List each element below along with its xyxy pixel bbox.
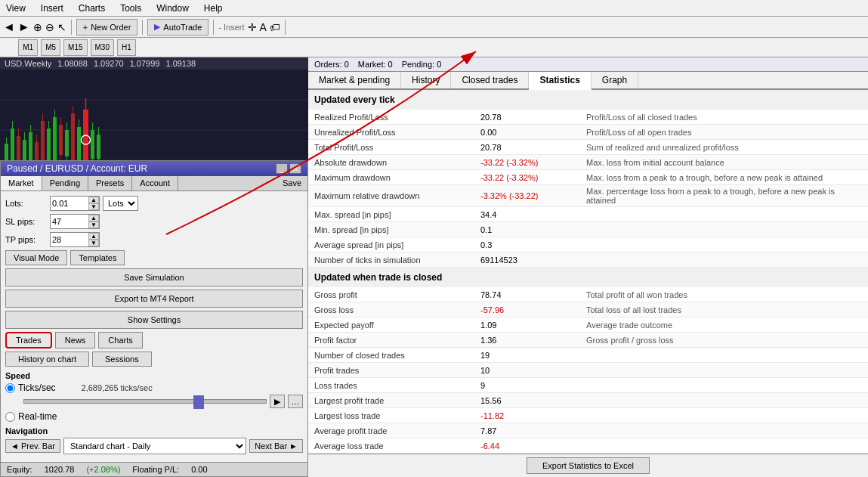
- toolbar-separator: [71, 20, 72, 35]
- lots-input[interactable]: ▲ ▼: [50, 196, 100, 211]
- tick-row: Number of ticks in simulation 69114523: [308, 252, 868, 268]
- tp-input[interactable]: ▲ ▼: [50, 232, 100, 247]
- closed-row: Profit trades 10: [308, 363, 868, 378]
- visual-mode-button[interactable]: Visual Mode: [5, 250, 67, 265]
- stat-label: Number of ticks in simulation: [314, 256, 480, 265]
- menu-window[interactable]: Window: [153, 2, 192, 14]
- save-tab[interactable]: Save: [276, 176, 307, 190]
- crosshair-icon[interactable]: ✛: [248, 21, 257, 33]
- lots-select[interactable]: Lots: [103, 196, 138, 211]
- speed-section: Speed Ticks/sec 2,689,265 ticks/sec ▶ …: [5, 371, 303, 422]
- tab-pending[interactable]: Pending: [42, 176, 88, 190]
- menu-help[interactable]: Help: [201, 2, 226, 14]
- dialog-panel: Paused / EURUSD / Account: EUR _ ✕ Marke…: [0, 160, 308, 477]
- export-mt4-button[interactable]: Export to MT4 Report: [5, 290, 303, 308]
- speed-more-button[interactable]: …: [288, 395, 303, 408]
- tab-history[interactable]: History: [401, 72, 451, 88]
- tab-graph[interactable]: Graph: [592, 72, 638, 88]
- closed-row: Profit factor 1.36 Gross profit / gross …: [308, 333, 868, 348]
- menu-insert[interactable]: Insert: [38, 2, 66, 14]
- speed-label: Speed: [5, 371, 303, 380]
- ticks-per-sec-row: Ticks/sec 2,689,265 ticks/sec: [5, 383, 303, 393]
- closed-row: Gross loss -57.96 Total loss of all lost…: [308, 302, 868, 317]
- stat-label: Average loss trade: [314, 441, 480, 451]
- equity-value: 1020.78: [45, 465, 75, 474]
- lots-down-btn[interactable]: ▼: [88, 203, 99, 210]
- tick-row: Realized Profit/Loss 20.78 Profit/Loss o…: [308, 110, 868, 125]
- stat-desc: Max. loss from a peak to a trough, befor…: [586, 173, 862, 182]
- stat-value: 69114523: [480, 256, 586, 265]
- stat-value: 10: [480, 366, 586, 375]
- templates-button[interactable]: Templates: [70, 250, 125, 265]
- charts-button[interactable]: Charts: [98, 332, 142, 348]
- sl-down-btn[interactable]: ▼: [88, 221, 99, 228]
- realtime-radio[interactable]: [5, 412, 15, 422]
- menu-charts[interactable]: Charts: [76, 2, 108, 14]
- arrow-left-icon[interactable]: ◄: [3, 20, 15, 34]
- speed-track[interactable]: [23, 399, 267, 404]
- ticks-value: 2,689,265 ticks/sec: [82, 383, 153, 392]
- m15-btn[interactable]: M15: [63, 39, 87, 56]
- m5-btn[interactable]: M5: [41, 39, 60, 56]
- tab-market-pending[interactable]: Market & pending: [308, 72, 401, 88]
- export-statistics-button[interactable]: Export Statistics to Excel: [527, 457, 650, 474]
- sl-input[interactable]: ▲ ▼: [50, 214, 100, 229]
- autotrade-button[interactable]: ▶ AutoTrade: [147, 19, 209, 36]
- tab-closed-trades[interactable]: Closed trades: [451, 72, 529, 88]
- speed-step-button[interactable]: ▶: [270, 395, 285, 408]
- next-bar-button[interactable]: Next Bar ►: [249, 439, 303, 453]
- tick-rows-container: Realized Profit/Loss 20.78 Profit/Loss o…: [308, 110, 868, 268]
- arrow-right-icon[interactable]: ►: [18, 20, 30, 34]
- text-icon[interactable]: A: [260, 21, 267, 33]
- stat-value: 1.36: [480, 336, 586, 345]
- menu-tools[interactable]: Tools: [117, 2, 144, 14]
- tab-market[interactable]: Market: [1, 176, 42, 190]
- tab-statistics[interactable]: Statistics: [529, 72, 591, 90]
- sl-value-input[interactable]: [51, 215, 88, 228]
- minimize-button[interactable]: _: [276, 163, 288, 174]
- h1-btn[interactable]: H1: [117, 39, 136, 56]
- show-settings-button[interactable]: Show Settings: [5, 311, 303, 329]
- closed-row: Gross profit 78.74 Total profit of all w…: [308, 287, 868, 302]
- stat-value: 15.56: [480, 396, 586, 405]
- new-order-button[interactable]: + New Order: [76, 19, 138, 36]
- label-icon[interactable]: 🏷: [270, 21, 280, 33]
- lots-value-input[interactable]: [51, 197, 88, 210]
- trades-news-charts-row: Trades News Charts: [5, 332, 303, 348]
- stat-value: 0.00: [480, 128, 586, 137]
- news-button[interactable]: News: [55, 332, 96, 348]
- cursor-icon[interactable]: ↖: [57, 21, 66, 33]
- speed-thumb[interactable]: [193, 395, 204, 409]
- zoom-out-icon[interactable]: ⊖: [45, 21, 54, 33]
- tick-row: Min. spread [in pips] 0.1: [308, 222, 868, 237]
- menu-view[interactable]: View: [3, 2, 29, 14]
- m30-btn[interactable]: M30: [91, 39, 114, 56]
- right-tabs: Market & pending History Closed trades S…: [308, 72, 868, 90]
- history-on-chart-button[interactable]: History on chart: [5, 352, 89, 367]
- stat-value: -3.32% (-33.22): [480, 191, 586, 200]
- tab-account[interactable]: Account: [132, 176, 178, 190]
- sl-spinner: ▲ ▼: [88, 215, 99, 228]
- prev-bar-button[interactable]: ◄ Prev. Bar: [5, 439, 60, 453]
- autotrade-icon: ▶: [154, 22, 160, 32]
- m1-btn[interactable]: M1: [18, 39, 38, 56]
- speed-slider-row: ▶ …: [5, 395, 303, 408]
- orders-bar: Orders: 0 Market: 0 Pending: 0: [308, 57, 868, 72]
- tick-row: Total Profit/Loss 20.78 Sum of realized …: [308, 140, 868, 155]
- lots-spinner: ▲ ▼: [88, 197, 99, 210]
- sessions-button[interactable]: Sessions: [92, 352, 152, 367]
- tab-presets[interactable]: Presets: [88, 176, 132, 190]
- tp-value-input[interactable]: [51, 233, 88, 246]
- zoom-in-icon[interactable]: ⊕: [33, 21, 42, 33]
- lots-up-btn[interactable]: ▲: [88, 197, 99, 203]
- ticks-radio[interactable]: [5, 383, 15, 393]
- tp-down-btn[interactable]: ▼: [88, 240, 99, 246]
- closed-row: Largest loss trade -11.82: [308, 408, 868, 423]
- tp-up-btn[interactable]: ▲: [88, 233, 99, 240]
- save-simulation-button[interactable]: Save Simulation: [5, 268, 303, 287]
- stat-value: -33.22 (-3.32%): [480, 173, 586, 182]
- close-button[interactable]: ✕: [289, 163, 301, 174]
- trades-button[interactable]: Trades: [5, 332, 52, 348]
- sl-up-btn[interactable]: ▲: [88, 215, 99, 221]
- chart-type-select[interactable]: Standard chart - Daily: [63, 438, 246, 454]
